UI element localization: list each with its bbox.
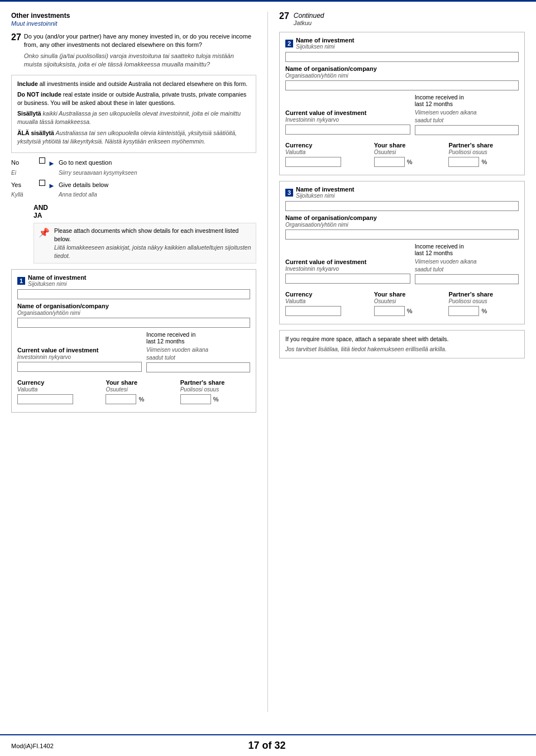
inv3-col-labels: Income received in last 12 months (285, 243, 519, 256)
options-block: No Ei ► Go to next question Siirry seura… (11, 157, 256, 199)
inv1-currency-field[interactable] (17, 394, 73, 404)
inv1-current-field[interactable] (17, 362, 142, 372)
inv2-income-group: Viimeisen vuoden aikana saadut tulot (415, 109, 519, 138)
attach-note-text: Please attach documents which show detai… (54, 227, 251, 260)
inv1-your-share-label-fi: Osuutesi (106, 386, 175, 393)
inv2-currency-label-fi: Valuutta (285, 149, 370, 155)
inv2-current-label: Current value of investment (285, 109, 410, 116)
investment-block-1: 1 Name of investment Sijoituksen nimi Na… (11, 269, 256, 413)
yes-desc: Give details below (59, 180, 108, 190)
inv2-your-share-group: Your share Osuutesi % (374, 142, 444, 167)
inv3-income-label: Income received in (415, 243, 519, 250)
include-text-body: all investments inside and outside Austr… (38, 80, 247, 87)
bottom-note-text: If you require more space, attach a sepa… (285, 335, 519, 343)
inv2-current-field[interactable] (285, 125, 410, 135)
inv1-your-share-field[interactable] (106, 394, 136, 404)
inv1-your-share-group: Your share Osuutesi % (106, 379, 175, 404)
inv3-org-label: Name of organisation/company (285, 214, 519, 221)
inv3-currency-label: Currency (285, 291, 370, 298)
inv1-name-label: Name of investment (28, 274, 87, 281)
right-question-number: 27 (279, 12, 289, 21)
inv2-partner-share-field[interactable] (448, 157, 479, 167)
inv2-percent-row1: % (374, 157, 444, 167)
inv3-currency-full-row: Currency Valuutta Your share Osuutesi % (285, 291, 519, 319)
inv3-org-labels: Name of organisation/company Organisaati… (285, 214, 519, 228)
inv1-name-label-fi: Sijoituksen nimi (28, 281, 87, 287)
inv2-percent-sign2: % (481, 159, 487, 165)
inv2-income-col-label: Income received in last 12 months (415, 94, 519, 107)
inv1-partner-share-label: Partner's share (180, 379, 250, 386)
include-text: Include all investments inside and outsi… (17, 80, 250, 88)
include-label: Include (17, 80, 38, 87)
inv2-name-label-fi: Sijoituksen nimi (296, 44, 355, 50)
ala-text: ÄLÄ sisällytä Australiassa tai sen ulkop… (17, 129, 250, 146)
inv3-partner-share-group: Partner's share Puolisosi osuus % (448, 291, 519, 316)
inv3-current-value-group: Current value of investment Investoinnin… (285, 259, 410, 288)
inv3-currency-field[interactable] (285, 306, 341, 316)
inv2-your-share-field[interactable] (374, 157, 405, 167)
inv3-income-row: Current value of investment Investoinnin… (285, 259, 519, 288)
inv1-income-group: Viimeisen vuoden aikana saadut tulot (146, 347, 250, 376)
inv3-col-empty (285, 243, 410, 256)
inv3-your-share-group: Your share Osuutesi % (374, 291, 444, 316)
inv3-partner-share-label-fi: Puolisosi osuus (448, 298, 519, 304)
bottom-note-fi: Jos tarvitset lisätilaa, liitä tiedot ha… (285, 345, 519, 353)
sisallyta-label: Sisällytä (17, 110, 41, 117)
inv3-partner-share-field[interactable] (448, 306, 479, 316)
inv1-income-label2: last 12 months (146, 338, 250, 344)
and-label: AND (34, 204, 256, 212)
inv2-income-label-fi2: saadut tulot (415, 117, 519, 123)
content-area: Other investments Muut investoinnit 27 D… (0, 2, 536, 734)
footer-pages: 17 of 32 (248, 740, 285, 752)
inv3-percent-row2: % (448, 306, 519, 316)
inv3-your-share-field[interactable] (374, 306, 405, 316)
left-column: Other investments Muut investoinnit 27 D… (11, 12, 268, 712)
inv1-your-share-label: Your share (106, 379, 175, 386)
do-not-label: Do NOT include (17, 91, 61, 98)
attach-note: 📌 Please attach documents which show det… (34, 223, 256, 264)
inv1-income-col-label: Income received in last 12 months (146, 331, 250, 344)
inv2-org-field[interactable] (285, 80, 519, 90)
inv1-partner-share-label-fi: Puolisosi osuus (180, 386, 250, 393)
inv1-partner-share-group: Partner's share Puolisosi osuus % (180, 379, 250, 404)
inv3-percent-sign2: % (481, 308, 487, 314)
right-column: 27 Continued Jatkuu 2 Name of investment… (268, 12, 525, 712)
question-number: 27 (11, 32, 21, 42)
inv1-current-value-group: Current value of investment Investoinnin… (17, 347, 142, 376)
question-text: Do you (and/or your partner) have any mo… (24, 32, 253, 50)
no-desc: Go to next question (59, 157, 137, 168)
inv3-percent-sign1: % (407, 308, 413, 314)
inv2-income-field[interactable] (415, 125, 519, 135)
inv1-current-label: Current value of investment (17, 347, 142, 353)
inv2-income-label-fi: Viimeisen vuoden aikana (415, 109, 519, 116)
inv3-current-field[interactable] (285, 274, 410, 284)
inv3-org-field[interactable] (285, 229, 519, 240)
inv2-partner-share-label: Partner's share (448, 142, 519, 149)
inv3-income-group: Viimeisen vuoden aikana saadut tulot (415, 259, 519, 288)
inv2-income-label: Income received in (415, 94, 519, 101)
inv3-name-field[interactable] (285, 201, 519, 211)
inv2-currency-field[interactable] (285, 157, 341, 167)
yes-desc-fi: Anna tiedot alla (59, 190, 108, 199)
inv1-currency-group: Currency Valuutta (17, 379, 101, 408)
inv1-partner-share-field[interactable] (180, 394, 211, 404)
inv2-org-label-fi: Organisaation/yhtiön nimi (285, 73, 519, 79)
section-title-fi: Muut investoinnit (11, 20, 256, 27)
inv1-name-field[interactable] (17, 289, 250, 299)
inv1-org-field[interactable] (17, 318, 250, 328)
inv3-income-label-fi2: saadut tulot (415, 266, 519, 272)
inv1-income-field[interactable] (146, 362, 250, 372)
inv2-name-field[interactable] (285, 52, 519, 62)
yes-label: Yes (11, 180, 39, 190)
inv3-current-label: Current value of investment (285, 259, 410, 265)
inv3-income-field[interactable] (415, 274, 519, 284)
footer: Mod(iA)FI.1402 17 of 32 (0, 734, 536, 756)
footer-code: Mod(iA)FI.1402 (11, 743, 54, 749)
right-q-header: 27 Continued Jatkuu (279, 12, 525, 26)
sisallyta-text: Sisällytä kaikki Australiassa ja sen ulk… (17, 109, 250, 126)
yes-checkbox[interactable] (39, 180, 45, 186)
bottom-note: If you require more space, attach a sepa… (279, 330, 525, 358)
inv3-income-col-label: Income received in last 12 months (415, 243, 519, 256)
investment-block-2: 2 Name of investment Sijoituksen nimi Na… (279, 32, 525, 175)
no-checkbox[interactable] (39, 157, 45, 164)
